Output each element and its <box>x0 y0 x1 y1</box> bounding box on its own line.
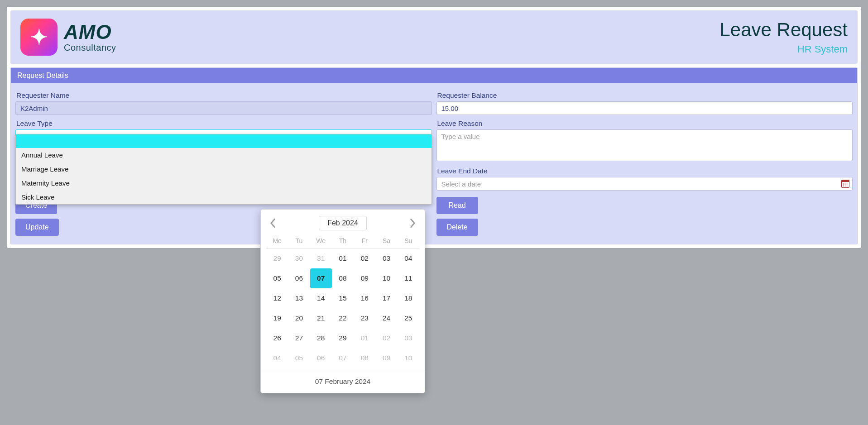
calendar-day[interactable]: 27 <box>288 328 310 348</box>
header: ✦ AMO Consultancy Leave Request HR Syste… <box>10 10 858 64</box>
label-requester-name: Requester Name <box>16 91 432 100</box>
leave-end-date-field[interactable]: Select a date <box>436 177 853 191</box>
requester-balance-field[interactable] <box>436 101 853 115</box>
calendar-day[interactable]: 22 <box>332 308 354 328</box>
leave-reason-field[interactable] <box>436 129 853 161</box>
calendar-day[interactable]: 09 <box>375 348 397 368</box>
calendar-day[interactable]: 15 <box>332 288 354 308</box>
calendar-day[interactable]: 30 <box>288 248 310 268</box>
calendar-day[interactable]: 20 <box>288 308 310 328</box>
calendar-weekday: Mo <box>266 235 288 248</box>
calendar-day[interactable]: 02 <box>375 328 397 348</box>
calendar-day[interactable]: 01 <box>354 328 375 348</box>
section-header: Request Details <box>11 68 857 83</box>
logo-text-sub: Consultancy <box>64 43 116 52</box>
calendar-day[interactable]: 03 <box>375 248 397 268</box>
calendar-day[interactable]: 18 <box>398 288 419 308</box>
calendar-day[interactable]: 28 <box>310 328 332 348</box>
logo-text-main: AMO <box>64 22 116 42</box>
calendar-day[interactable]: 29 <box>332 328 354 348</box>
label-leave-type: Leave Type <box>16 119 432 128</box>
page-subtitle: HR System <box>719 43 848 55</box>
calendar-day[interactable]: 09 <box>354 268 375 288</box>
calendar-day[interactable]: 24 <box>375 308 397 328</box>
calendar-day[interactable]: 31 <box>310 248 332 268</box>
calendar-day[interactable]: 01 <box>332 248 354 268</box>
app-frame: ✦ AMO Consultancy Leave Request HR Syste… <box>7 7 861 248</box>
calendar-day[interactable]: 16 <box>354 288 375 308</box>
calendar-day[interactable]: 05 <box>266 268 288 288</box>
calendar-day[interactable]: 13 <box>288 288 310 308</box>
calendar-day[interactable]: 17 <box>375 288 397 308</box>
dropdown-item[interactable]: Maternity Leave <box>16 176 432 190</box>
delete-button[interactable]: Delete <box>436 219 478 236</box>
calendar-day[interactable]: 07 <box>332 348 354 368</box>
page-title: Leave Request <box>719 19 848 41</box>
calendar-title[interactable]: Feb 2024 <box>319 216 367 230</box>
calendar-day[interactable]: 04 <box>398 248 419 268</box>
request-details-section: Request Details Requester Name Requester… <box>10 67 858 244</box>
label-requester-balance: Requester Balance <box>437 91 853 100</box>
dropdown-item[interactable]: Marriage Leave <box>16 162 432 176</box>
calendar-day[interactable]: 03 <box>398 328 419 348</box>
calendar-day[interactable]: 26 <box>266 328 288 348</box>
calendar-day[interactable]: 04 <box>266 348 288 368</box>
calendar-day[interactable]: 05 <box>288 348 310 368</box>
calendar-day[interactable]: 06 <box>288 268 310 288</box>
calendar-weekday: We <box>310 235 332 248</box>
read-button[interactable]: Read <box>436 197 478 214</box>
label-leave-end-date: Leave End Date <box>437 167 853 175</box>
calendar-day[interactable]: 08 <box>354 348 375 368</box>
calendar-weekday: Sa <box>375 235 397 248</box>
calendar-weekday: Th <box>332 235 354 248</box>
calendar-day[interactable]: 21 <box>310 308 332 328</box>
calendar-day[interactable]: 07 <box>310 268 332 288</box>
calendar-day[interactable]: 08 <box>332 268 354 288</box>
calendar-day[interactable]: 12 <box>266 288 288 308</box>
calendar-weekday: Fr <box>354 235 375 248</box>
calendar-weekday: Tu <box>288 235 310 248</box>
dropdown-highlight[interactable] <box>16 134 432 148</box>
calendar-icon[interactable] <box>841 180 849 188</box>
calendar-prev-button[interactable] <box>267 217 279 229</box>
leave-type-dropdown[interactable]: Annual LeaveMarriage LeaveMaternity Leav… <box>15 134 432 205</box>
dropdown-item[interactable]: Annual Leave <box>16 148 432 162</box>
calendar-day[interactable]: 29 <box>266 248 288 268</box>
calendar-day[interactable]: 11 <box>398 268 419 288</box>
calendar-day[interactable]: 23 <box>354 308 375 328</box>
logo-icon: ✦ <box>20 19 58 56</box>
date-picker-popup[interactable]: Feb 2024 MoTuWeThFrSaSu 2930310102030405… <box>260 209 425 393</box>
calendar-weekday-row: MoTuWeThFrSaSu <box>266 235 419 248</box>
calendar-footer: 07 February 2024 <box>261 371 425 393</box>
calendar-day[interactable]: 14 <box>310 288 332 308</box>
calendar-day[interactable]: 10 <box>398 348 419 368</box>
update-button[interactable]: Update <box>15 219 59 236</box>
label-leave-reason: Leave Reason <box>437 119 853 128</box>
calendar-day[interactable]: 19 <box>266 308 288 328</box>
calendar-weekday: Su <box>398 235 419 248</box>
leave-end-date-placeholder: Select a date <box>441 180 481 188</box>
logo: ✦ AMO Consultancy <box>20 19 116 56</box>
dropdown-item[interactable]: Sick Leave <box>16 190 432 204</box>
calendar-next-button[interactable] <box>407 217 418 229</box>
calendar-day[interactable]: 06 <box>310 348 332 368</box>
calendar-day[interactable]: 02 <box>354 248 375 268</box>
calendar-day[interactable]: 10 <box>375 268 397 288</box>
calendar-day[interactable]: 25 <box>398 308 419 328</box>
requester-name-field[interactable] <box>15 101 432 115</box>
